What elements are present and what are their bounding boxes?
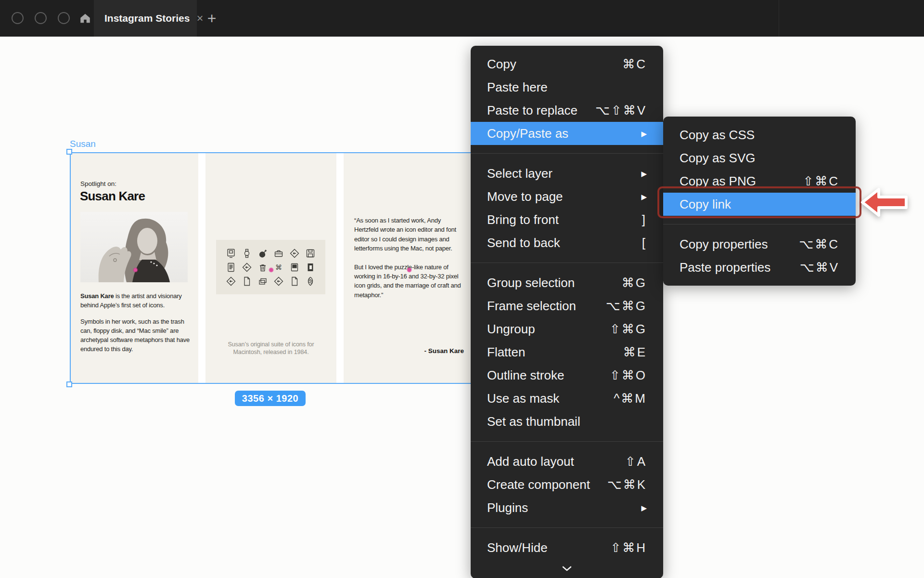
menu-item-shortcut: ⇧A — [625, 454, 647, 469]
menu-item-paste-here[interactable]: Paste here — [471, 76, 663, 99]
classic-mac-icon — [226, 249, 236, 258]
print-copies-icon — [258, 276, 268, 286]
wristwatch-icon — [242, 249, 252, 258]
menu-scroll-more[interactable] — [471, 559, 663, 578]
story-panel-icons[interactable]: ⌘ Susan’s original suite of icons for Ma… — [205, 152, 336, 384]
spotlight-body-bold: Susan Kare — [80, 292, 114, 300]
menu-item-shortcut: ⌥⇧⌘V — [595, 103, 647, 118]
spotlight-body-2: Symbols in her work, such as the trash c… — [80, 317, 192, 354]
copy-paste-as-submenu: Copy as CSSCopy as SVGCopy as PNG⇧⌘CCopy… — [663, 117, 856, 286]
tab-instagram-stories[interactable]: Instagram Stories × — [94, 0, 197, 37]
menu-item-group-selection[interactable]: Group selection⌘G — [471, 271, 663, 294]
document-icon — [226, 263, 236, 272]
menu-item-use-as-mask[interactable]: Use as mask^⌘M — [471, 387, 663, 410]
selection-handle-bottom-left[interactable] — [66, 381, 72, 387]
svg-text:⌘: ⌘ — [275, 263, 282, 271]
menu-item-paste-to-replace[interactable]: Paste to replace⌥⇧⌘V — [471, 99, 663, 122]
menu-item-shortcut: ⇧⌘C — [803, 174, 839, 189]
menu-separator — [471, 441, 663, 442]
menu-item-set-as-thumbnail[interactable]: Set as thumbnail — [471, 410, 663, 433]
mac-icon-grid: ⌘ — [223, 246, 318, 289]
pink-cursor-dot — [408, 268, 411, 272]
menu-item-plugins[interactable]: Plugins▶ — [471, 496, 663, 519]
menu-item-label: Copy — [487, 57, 516, 72]
menu-item-label: Copy properties — [680, 237, 768, 252]
menu-item-label: Paste here — [487, 80, 548, 95]
icon-suite-card[interactable]: ⌘ — [216, 240, 325, 294]
window-zoom-button[interactable] — [58, 12, 70, 24]
menu-separator — [471, 527, 663, 528]
menu-item-copy-properties[interactable]: Copy properties⌥⌘C — [663, 233, 856, 256]
menu-item-create-component[interactable]: Create component⌥⌘K — [471, 473, 663, 496]
story-panel-spotlight[interactable]: Spotlight on: Susan Kare Susan Kare is t… — [70, 152, 198, 384]
quote-attribution: - Susan Kare — [354, 347, 464, 355]
menu-item-bring-to-front[interactable]: Bring to front] — [471, 208, 663, 231]
menu-item-shortcut: ⇧⌘H — [610, 540, 647, 555]
icons-caption: Susan’s original suite of icons for Maci… — [205, 341, 336, 356]
menu-item-copy-paste-as[interactable]: Copy/Paste as▶ — [471, 122, 663, 145]
menu-item-flatten[interactable]: Flatten⌘E — [471, 341, 663, 364]
menu-item-shortcut: ⌥⌘K — [607, 477, 647, 492]
menu-separator — [471, 263, 663, 263]
submenu-arrow-icon: ▶ — [641, 193, 647, 201]
menu-item-copy-as-css[interactable]: Copy as CSS — [663, 123, 856, 146]
menu-item-label: Copy link — [680, 197, 731, 212]
new-tab-button[interactable]: + — [197, 0, 227, 37]
menu-item-label: Copy as PNG — [680, 174, 756, 189]
address-book-icon — [306, 263, 315, 272]
menu-item-label: Flatten — [487, 345, 526, 360]
menu-item-frame-selection[interactable]: Frame selection⌥⌘G — [471, 294, 663, 317]
spotlight-eyebrow: Spotlight on: — [80, 180, 116, 187]
menu-item-shortcut: ⌘G — [622, 276, 647, 290]
menu-item-ungroup[interactable]: Ungroup⇧⌘G — [471, 317, 663, 341]
menu-item-copy[interactable]: Copy⌘C — [471, 53, 663, 76]
menu-item-outline-stroke[interactable]: Outline stroke⇧⌘O — [471, 364, 663, 387]
spotlight-body: Susan Kare is the artist and visionary b… — [80, 291, 192, 361]
folder-out-icon — [290, 249, 299, 258]
submenu-arrow-icon: ▶ — [641, 130, 647, 138]
menu-item-shortcut: ⌘E — [623, 345, 647, 360]
menu-item-label: Send to back — [487, 236, 560, 250]
menu-item-label: Copy as SVG — [680, 151, 756, 166]
menu-item-shortcut: ⌘C — [622, 57, 647, 72]
frame-susan[interactable]: Spotlight on: Susan Kare Susan Kare is t… — [70, 152, 475, 384]
menu-item-label: Plugins — [487, 500, 528, 515]
spotlight-headline: Susan Kare — [80, 189, 145, 204]
menu-item-select-layer[interactable]: Select layer▶ — [471, 162, 663, 185]
menu-item-label: Copy/Paste as — [487, 126, 568, 141]
quote-text: “As soon as I started work, Andy Hertzfe… — [354, 216, 466, 309]
page-curl-icon — [242, 276, 252, 286]
menu-item-send-to-back[interactable]: Send to back[ — [471, 231, 663, 254]
window-minimize-button[interactable] — [35, 12, 47, 24]
floppy-disk-icon — [306, 249, 315, 258]
command-key-icon: ⌘ — [274, 263, 283, 272]
menu-item-label: Show/Hide — [487, 540, 548, 555]
bomb-icon — [258, 249, 268, 258]
menu-item-paste-properties[interactable]: Paste properties⌥⌘V — [663, 256, 856, 279]
menu-item-label: Frame selection — [487, 299, 576, 314]
menu-item-shortcut: ^⌘M — [614, 391, 647, 406]
menu-item-copy-as-png[interactable]: Copy as PNG⇧⌘C — [663, 170, 856, 193]
menu-item-label: Create component — [487, 477, 590, 492]
selection-handle-top-left[interactable] — [66, 149, 72, 155]
menu-separator — [663, 224, 856, 224]
menu-item-add-auto-layout[interactable]: Add auto layout⇧A — [471, 450, 663, 473]
tab-title: Instagram Stories — [94, 13, 190, 24]
menu-item-copy-link[interactable]: Copy link — [663, 193, 856, 216]
menu-item-label: Copy as CSS — [680, 128, 755, 143]
story-panel-quote[interactable]: “As soon as I started work, Andy Hertzfe… — [344, 152, 475, 384]
menu-item-label: Paste to replace — [487, 103, 578, 118]
menu-item-show-hide[interactable]: Show/Hide⇧⌘H — [471, 536, 663, 559]
pink-cursor-dot — [134, 268, 137, 272]
menu-item-label: Use as mask — [487, 391, 559, 406]
window-close-button[interactable] — [12, 12, 24, 24]
menu-item-shortcut: ⌥⌘G — [606, 299, 647, 314]
menu-item-shortcut: ⌥⌘C — [799, 237, 839, 252]
pinecone-icon — [306, 276, 315, 286]
frame-name-label[interactable]: Susan — [70, 139, 96, 149]
menu-item-copy-as-svg[interactable]: Copy as SVG — [663, 146, 856, 170]
folder-back-icon — [242, 263, 252, 272]
menu-separator — [471, 153, 663, 154]
menu-item-move-to-page[interactable]: Move to page▶ — [471, 185, 663, 208]
chevron-down-icon — [562, 566, 572, 572]
